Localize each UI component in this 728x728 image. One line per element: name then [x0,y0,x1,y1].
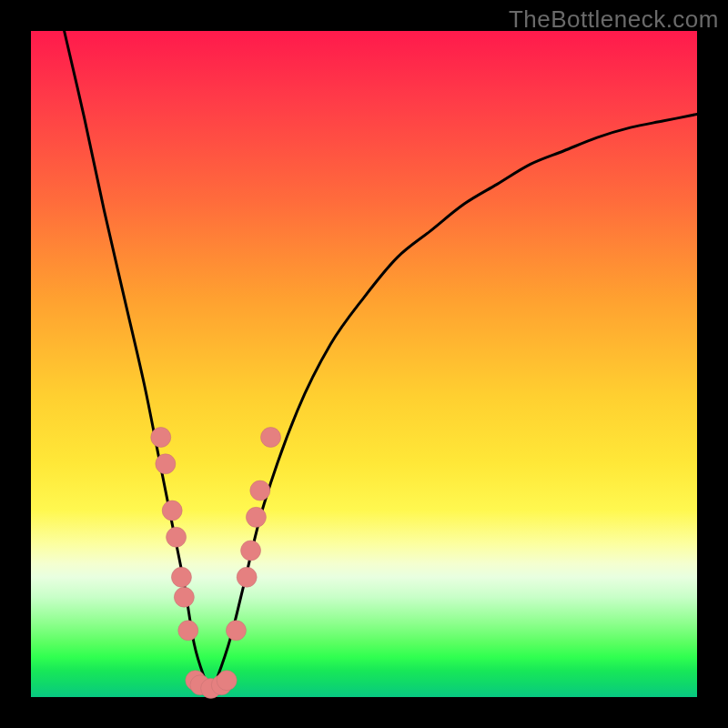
marker-group [151,428,281,699]
data-marker [167,527,187,547]
data-marker [162,500,182,521]
data-marker [250,480,270,500]
plot-area [31,31,697,697]
data-marker [237,567,257,587]
data-marker [217,671,237,691]
chart-container: TheBottleneck.com [0,0,728,728]
data-marker [151,428,171,448]
watermark-text: TheBottleneck.com [509,5,719,34]
data-marker [246,507,266,527]
data-marker [261,428,281,448]
data-marker [241,541,261,561]
data-marker [174,587,194,607]
data-marker [156,454,176,474]
curve-layer [31,31,697,697]
data-marker [226,621,246,641]
bottleneck-curve [65,31,697,691]
data-marker [178,621,198,641]
data-marker [171,567,191,587]
